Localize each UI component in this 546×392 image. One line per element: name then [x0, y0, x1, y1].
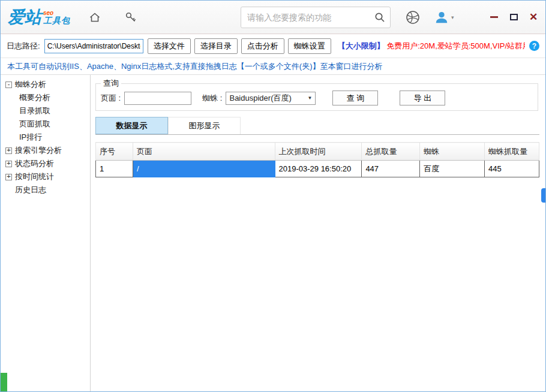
maximize-button[interactable]: [509, 11, 518, 23]
sidebar-item-summary-analysis[interactable]: 概要分析: [1, 91, 90, 104]
sidebar-item-label: IP排行: [19, 132, 42, 143]
window-controls: ✕: [489, 11, 538, 23]
column-header: 上次抓取时间: [275, 143, 362, 161]
table-cell[interactable]: 447: [362, 161, 420, 177]
help-icon[interactable]: ?: [529, 41, 539, 51]
screen-artifact-green: [1, 373, 7, 391]
logo-text-main: 爱站: [8, 6, 41, 29]
sidebar-item-status-code-analysis[interactable]: +状态码分析: [1, 157, 90, 170]
log-path-input[interactable]: [44, 39, 143, 53]
sidebar-item-search-engine-analysis[interactable]: +搜索引擎分析: [1, 144, 90, 157]
app-window: 爱站 seo 工具包 ▾: [0, 0, 546, 392]
column-header: 蜘蛛抓取量: [485, 143, 539, 161]
table-cell[interactable]: /: [133, 161, 275, 177]
sidebar-item-label: 蜘蛛分析: [15, 79, 46, 90]
query-button[interactable]: 查 询: [332, 91, 378, 105]
column-header: 页面: [133, 143, 275, 161]
sidebar-item-ip-ranking[interactable]: IP排行: [1, 131, 90, 144]
search-box: [241, 7, 391, 28]
choose-dir-button[interactable]: 选择目录: [194, 38, 238, 54]
expand-icon[interactable]: +: [5, 161, 12, 167]
sidebar-item-history-log[interactable]: 历史日志: [1, 183, 90, 197]
toolbar-buttons: 选择文件选择目录点击分析蜘蛛设置: [148, 38, 331, 54]
path-toolbar: 日志路径: 选择文件选择目录点击分析蜘蛛设置 【大小限制】 免费用户:20M,爱…: [1, 34, 545, 58]
sidebar-item-label: 状态码分析: [15, 158, 54, 169]
logo-stack: seo 工具包: [43, 10, 70, 25]
spider-select-value: Baiduspider(百度): [229, 93, 291, 104]
tab-graph-display[interactable]: 图形显示: [168, 117, 241, 134]
table-cell[interactable]: 百度: [420, 161, 485, 177]
spider-label: 蜘蛛 :: [202, 93, 222, 104]
spider-settings-button[interactable]: 蜘蛛设置: [288, 38, 331, 54]
analyze-button[interactable]: 点击分析: [241, 38, 284, 54]
query-group: 查询 页面 : 蜘蛛 : Baiduspider(百度) ▼ 查 询 导 出: [95, 78, 538, 111]
user-icon[interactable]: [434, 10, 449, 25]
expand-icon[interactable]: +: [5, 174, 12, 180]
sidebar-item-label: 历史日志: [15, 185, 46, 195]
tab-bar: 数据显示图形显示: [95, 117, 539, 135]
screen-artifact-blue: [541, 188, 545, 203]
app-logo: 爱站 seo 工具包: [8, 6, 70, 29]
query-row: 页面 : 蜘蛛 : Baiduspider(百度) ▼ 查 询 导 出: [101, 91, 533, 105]
page-input[interactable]: [124, 92, 191, 105]
minimize-button[interactable]: [489, 11, 499, 23]
size-limit: 【大小限制】 免费用户:20M,爱站学员:500M,VIP/站群用户:无限制: [338, 41, 525, 52]
content: -蜘蛛分析概要分析目录抓取页面抓取IP排行+搜索引擎分析+状态码分析+按时间统计…: [1, 75, 545, 391]
sidebar-item-time-statistics[interactable]: +按时间统计: [1, 170, 90, 183]
sidebar-item-label: 目录抓取: [19, 105, 50, 116]
size-limit-label: 【大小限制】: [338, 41, 385, 50]
sidebar-item-label: 页面抓取: [19, 119, 50, 129]
column-header: 序号: [96, 143, 133, 161]
expand-icon[interactable]: +: [5, 147, 12, 154]
sidebar-item-directory-capture[interactable]: 目录抓取: [1, 104, 90, 117]
spider-select[interactable]: Baiduspider(百度) ▼: [226, 92, 316, 105]
column-header: 蜘蛛: [420, 143, 485, 161]
chevron-down-icon: ▼: [308, 95, 313, 101]
main-panel: 查询 页面 : 蜘蛛 : Baiduspider(百度) ▼ 查 询 导 出 数…: [91, 75, 545, 391]
export-button[interactable]: 导 出: [400, 91, 445, 105]
search-input[interactable]: [246, 12, 374, 23]
search-icon[interactable]: [374, 12, 385, 23]
size-limit-text: 免费用户:20M,爱站学员:500M,VIP/站群用户:无限制: [386, 41, 525, 50]
table-cell[interactable]: 445: [485, 161, 539, 177]
choose-file-button[interactable]: 选择文件: [148, 38, 191, 54]
sidebar-item-spider-analysis[interactable]: -蜘蛛分析: [1, 78, 90, 91]
sidebar-item-label: 概要分析: [19, 92, 50, 103]
table-header-row: 序号页面上次抓取时间总抓取量蜘蛛蜘蛛抓取量: [96, 143, 539, 161]
table-cell[interactable]: 1: [96, 161, 133, 177]
sidebar: -蜘蛛分析概要分析目录抓取页面抓取IP排行+搜索引擎分析+状态码分析+按时间统计…: [1, 75, 91, 391]
notice-bar: 本工具可自动识别IIS、Apache、Nginx日志格式,支持直接拖拽日志【一个…: [1, 58, 545, 75]
close-button[interactable]: ✕: [529, 11, 538, 23]
home-icon[interactable]: [88, 11, 101, 24]
sidebar-item-page-capture[interactable]: 页面抓取: [1, 117, 90, 131]
page-label: 页面 :: [101, 93, 121, 104]
log-path-label: 日志路径:: [7, 41, 40, 52]
titlebar: 爱站 seo 工具包 ▾: [1, 1, 545, 34]
notice-text: 本工具可自动识别IIS、Apache、Nginx日志格式,支持直接拖拽日志【一个…: [7, 61, 383, 72]
logo-text-seo: seo: [43, 10, 70, 16]
query-group-label: 查询: [101, 78, 121, 89]
collapse-icon[interactable]: -: [5, 82, 12, 88]
column-header: 总抓取量: [362, 143, 420, 161]
logo-text-sub: 工具包: [43, 16, 70, 25]
sidebar-item-label: 按时间统计: [15, 171, 54, 182]
results-table: 序号页面上次抓取时间总抓取量蜘蛛蜘蛛抓取量 1/2019-03-29 16:50…: [95, 142, 539, 177]
key-icon[interactable]: [124, 11, 137, 24]
table-cell[interactable]: 2019-03-29 16:50:20: [275, 161, 362, 177]
table-row[interactable]: 1/2019-03-29 16:50:20447百度445: [96, 161, 539, 177]
user-menu[interactable]: ▾: [434, 10, 454, 25]
globe-icon[interactable]: [405, 10, 421, 25]
caret-down-icon[interactable]: ▾: [451, 14, 454, 20]
sidebar-item-label: 搜索引擎分析: [15, 145, 62, 156]
table-body: 1/2019-03-29 16:50:20447百度445: [96, 161, 539, 177]
tab-data-display[interactable]: 数据显示: [95, 117, 168, 134]
